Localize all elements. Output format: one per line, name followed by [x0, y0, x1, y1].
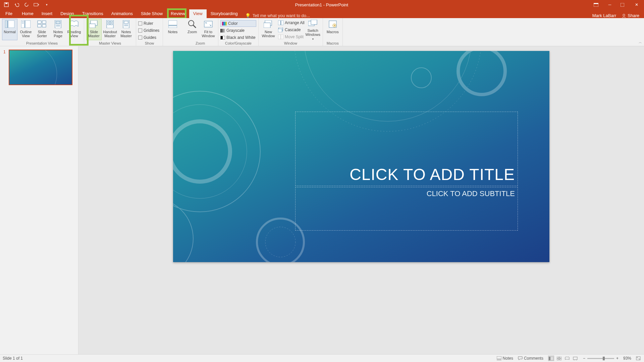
tell-me[interactable]: 💡 Tell me what you want to do... [245, 13, 310, 18]
slide-canvas[interactable]: CLICK TO ADD TITLE CLICK TO ADD SUBTITLE [173, 51, 549, 262]
ruler-label: Ruler [144, 21, 153, 26]
title-placeholder[interactable]: CLICK TO ADD TITLE [295, 112, 518, 186]
svg-rect-42 [278, 29, 282, 32]
zoom-track[interactable] [587, 358, 614, 359]
redo-icon[interactable] [23, 2, 30, 8]
group-macros: Macros Macros [323, 18, 343, 46]
notes-master-button[interactable]: Notes Master [118, 19, 134, 40]
group-label-zoom: Zoom [184, 41, 216, 46]
tab-file[interactable]: File [0, 9, 18, 18]
svg-point-54 [458, 51, 505, 95]
svg-rect-59 [497, 356, 501, 359]
color-button[interactable]: Color [220, 20, 256, 27]
zoom-percent[interactable]: 93% [623, 356, 631, 361]
tab-review[interactable]: Review [167, 9, 189, 18]
zoom-handle[interactable] [603, 357, 605, 360]
new-window-button[interactable]: New Window [261, 19, 276, 40]
comments-toggle[interactable]: Comments [518, 356, 543, 361]
macros-icon [328, 20, 338, 28]
move-split-label: Move Split [285, 35, 304, 39]
svg-rect-13 [38, 21, 41, 23]
normal-view-button[interactable]: Normal [2, 19, 17, 40]
ruler-checkbox[interactable]: Ruler [138, 20, 161, 27]
move-split-icon [278, 35, 283, 39]
arrange-all-button[interactable]: Arrange All [278, 19, 305, 26]
slide-master-button[interactable]: Slide Master [86, 19, 102, 40]
guides-checkbox[interactable]: Guides [138, 34, 161, 41]
slide-thumbnail-pane[interactable]: 1 [0, 46, 78, 354]
workspace: 1 CLICK TO ADD TITLE CLICK TO ADD SU [0, 46, 644, 354]
cascade-label: Cascade [285, 27, 301, 32]
notes-button[interactable]: Notes [165, 19, 180, 40]
qat-customize-icon[interactable]: ▾ [44, 2, 50, 8]
window-title: Presentation1 - PowerPoint [50, 2, 594, 7]
collapse-ribbon-icon[interactable]: ︿ [639, 40, 642, 45]
zoom-button[interactable]: Zoom [184, 19, 200, 40]
tab-storyboarding[interactable]: Storyboarding [207, 9, 242, 18]
group-zoom: Zoom Fit to Window Zoom [182, 18, 218, 46]
notes-icon [497, 356, 501, 360]
quick-access-toolbar: ▾ [0, 2, 50, 8]
tab-design[interactable]: Design [56, 9, 78, 18]
svg-rect-64 [559, 357, 561, 358]
tab-home[interactable]: Home [18, 9, 38, 18]
svg-rect-16 [42, 24, 46, 27]
svg-rect-65 [557, 359, 559, 360]
subtitle-placeholder-text: CLICK TO ADD SUBTITLE [427, 189, 515, 198]
sorter-view-status-button[interactable] [556, 356, 562, 361]
subtitle-placeholder[interactable]: CLICK TO ADD SUBTITLE [295, 187, 518, 231]
svg-point-53 [304, 51, 472, 121]
zoom-in-button[interactable]: + [616, 356, 619, 361]
share-button[interactable]: Share [622, 13, 639, 18]
thumb-preview [9, 50, 72, 85]
macros-button[interactable]: Macros [325, 19, 340, 40]
svg-rect-2 [34, 3, 38, 6]
save-icon[interactable] [3, 2, 9, 8]
undo-icon[interactable] [13, 2, 19, 8]
close-icon[interactable]: ✕ [634, 2, 639, 7]
tab-animations[interactable]: Animations [107, 9, 137, 18]
tab-slide-show[interactable]: Slide Show [137, 9, 167, 18]
user-name[interactable]: Mark LaBarr [592, 13, 616, 18]
slideshow-status-button[interactable] [572, 356, 578, 361]
slide-sorter-button[interactable]: Slide Sorter [34, 19, 50, 40]
new-window-icon [263, 20, 273, 28]
group-window: New Window Arrange All Cascade Move Spli… [259, 18, 323, 46]
zoom-slider[interactable]: − + [583, 356, 619, 361]
slide-thumbnail-1[interactable]: 1 [3, 50, 75, 85]
gridlines-checkbox[interactable]: Gridlines [138, 27, 161, 34]
reading-view-icon [69, 20, 79, 28]
comments-icon [518, 356, 523, 360]
minimize-icon[interactable]: ─ [607, 2, 612, 7]
notes-toggle[interactable]: Notes [497, 356, 513, 361]
start-from-beginning-icon[interactable] [34, 2, 40, 8]
slide-sorter-label: Slide Sorter [35, 30, 49, 38]
maximize-icon[interactable] [621, 3, 626, 7]
switch-windows-button[interactable]: Switch Windows ▾ [305, 19, 321, 40]
notes-master-icon [121, 20, 131, 28]
normal-view-status-button[interactable] [548, 356, 554, 361]
notes-page-button[interactable]: Notes Page [50, 19, 66, 40]
group-presentation-views: Normal Outline View Slide Sorter Notes P… [0, 18, 84, 46]
svg-point-6 [623, 14, 625, 16]
group-show: Ruler Gridlines Guides Show [136, 18, 163, 46]
svg-rect-8 [8, 20, 14, 28]
handout-master-button[interactable]: Handout Master [102, 19, 118, 40]
reading-view-button[interactable]: Reading View [66, 19, 82, 40]
zoom-out-button[interactable]: − [583, 356, 585, 361]
fit-to-window-button[interactable]: Fit to Window [201, 19, 216, 40]
tab-view[interactable]: View [189, 9, 207, 18]
cascade-button[interactable]: Cascade [278, 26, 305, 33]
outline-view-button[interactable]: Outline View [18, 19, 34, 40]
black-white-button[interactable]: Black and White [220, 34, 256, 41]
bw-label: Black and White [226, 35, 256, 40]
normal-view-label: Normal [4, 30, 15, 34]
tab-insert[interactable]: Insert [38, 9, 57, 18]
tab-transitions[interactable]: Transitions [78, 9, 107, 18]
grayscale-button[interactable]: Grayscale [220, 27, 256, 34]
slide-counter[interactable]: Slide 1 of 1 [0, 356, 23, 361]
ribbon-display-options-icon[interactable] [594, 3, 599, 7]
fit-to-window-status-button[interactable] [636, 356, 641, 360]
reading-view-status-button[interactable] [564, 356, 570, 361]
svg-point-55 [411, 68, 431, 88]
